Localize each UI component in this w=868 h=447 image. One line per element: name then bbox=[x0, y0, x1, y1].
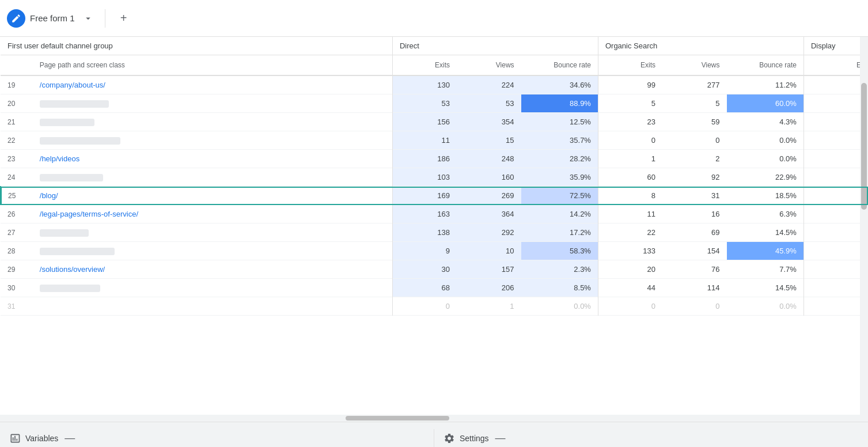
direct-exits: 0 bbox=[392, 297, 457, 316]
display-exits bbox=[803, 113, 868, 131]
organic-exits: 5 bbox=[598, 94, 662, 113]
organic-exits: 20 bbox=[598, 260, 662, 279]
path-cell[interactable]: /company/about-us/ bbox=[33, 75, 393, 94]
path-cell[interactable]: /blog/ bbox=[33, 187, 393, 205]
direct-bounce: 14.2% bbox=[521, 205, 598, 223]
organic-bounce: 60.0% bbox=[727, 94, 804, 113]
organic-views: 277 bbox=[662, 75, 727, 94]
table-row[interactable]: 20535388.9%5560.0% bbox=[1, 94, 868, 113]
table-row[interactable]: 2410316035.9%609222.9% bbox=[1, 168, 868, 187]
top-bar: Free form 1 + bbox=[0, 0, 868, 37]
path-cell bbox=[33, 131, 393, 150]
table-row[interactable]: 2713829217.2%226914.5% bbox=[1, 223, 868, 242]
tab-dropdown[interactable] bbox=[81, 11, 96, 26]
table-row[interactable]: 22111535.7%000.0% bbox=[1, 131, 868, 150]
direct-exits: 138 bbox=[392, 223, 457, 242]
tab-name: Free form 1 bbox=[30, 13, 75, 23]
direct-exits: 68 bbox=[392, 279, 457, 297]
bounce-header-organic: Bounce rate bbox=[727, 55, 804, 76]
row-number: 29 bbox=[1, 260, 33, 279]
direct-exits: 53 bbox=[392, 94, 457, 113]
direct-views: 10 bbox=[457, 242, 521, 260]
table-container: First user default channel group Direct … bbox=[0, 37, 868, 415]
direct-bounce: 12.5% bbox=[521, 113, 598, 131]
organic-bounce: 11.2% bbox=[727, 75, 804, 94]
row-number: 20 bbox=[1, 94, 33, 113]
organic-views: 16 bbox=[662, 205, 727, 223]
organic-views: 76 bbox=[662, 260, 727, 279]
vertical-scrollbar[interactable] bbox=[860, 37, 868, 415]
direct-bounce: 34.6% bbox=[521, 75, 598, 94]
table-row[interactable]: 29/solutions/overview/301572.3%20767.7% bbox=[1, 260, 868, 279]
organic-bounce: 22.9% bbox=[727, 168, 804, 187]
display-exits bbox=[803, 297, 868, 316]
path-cell bbox=[33, 297, 393, 316]
organic-exits: 133 bbox=[598, 242, 662, 260]
views-header-direct: Views bbox=[457, 55, 521, 76]
organic-exits: 60 bbox=[598, 168, 662, 187]
bottom-divider bbox=[434, 429, 434, 448]
organic-bounce: 14.5% bbox=[727, 223, 804, 242]
organic-exits: 23 bbox=[598, 113, 662, 131]
path-cell[interactable]: /help/videos bbox=[33, 150, 393, 168]
display-exits bbox=[803, 205, 868, 223]
direct-exits: 163 bbox=[392, 205, 457, 223]
table-row[interactable]: 19/company/about-us/13022434.6%9927711.2… bbox=[1, 75, 868, 94]
organic-bounce: 0.0% bbox=[727, 131, 804, 150]
table-row[interactable]: 2115635412.5%23594.3% bbox=[1, 113, 868, 131]
scroll-thumb[interactable] bbox=[346, 416, 449, 421]
display-exits bbox=[803, 131, 868, 150]
organic-exits: 0 bbox=[598, 131, 662, 150]
views-header-organic: Views bbox=[662, 55, 727, 76]
bounce-header-direct: Bounce rate bbox=[521, 55, 598, 76]
row-number: 30 bbox=[1, 279, 33, 297]
table-row[interactable]: 23/help/videos18624828.2%120.0% bbox=[1, 150, 868, 168]
direct-exits: 130 bbox=[392, 75, 457, 94]
direct-exits: 156 bbox=[392, 113, 457, 131]
row-number: 31 bbox=[1, 297, 33, 316]
row-number: 19 bbox=[1, 75, 33, 94]
organic-exits: 8 bbox=[598, 187, 662, 205]
settings-minimize-button[interactable]: — bbox=[494, 431, 507, 445]
tab-icon bbox=[7, 9, 25, 28]
row-number: 21 bbox=[1, 113, 33, 131]
direct-bounce: 17.2% bbox=[521, 223, 598, 242]
bottom-bar: Variables — Settings — bbox=[0, 422, 868, 447]
direct-views: 248 bbox=[457, 150, 521, 168]
scroll-track[interactable] bbox=[0, 415, 868, 422]
direct-exits: 9 bbox=[392, 242, 457, 260]
data-table: First user default channel group Direct … bbox=[0, 37, 868, 316]
organic-views: 2 bbox=[662, 150, 727, 168]
direct-exits: 11 bbox=[392, 131, 457, 150]
path-cell bbox=[33, 113, 393, 131]
organic-bounce: 0.0% bbox=[727, 150, 804, 168]
organic-exits: 11 bbox=[598, 205, 662, 223]
path-cell[interactable]: /solutions/overview/ bbox=[33, 260, 393, 279]
add-tab-button[interactable]: + bbox=[115, 9, 133, 28]
organic-views: 59 bbox=[662, 113, 727, 131]
table-row[interactable]: 31010.0%000.0% bbox=[1, 297, 868, 316]
variables-minimize-button[interactable]: — bbox=[63, 431, 77, 445]
first-user-header: First user default channel group bbox=[1, 37, 392, 55]
table-row[interactable]: 2891058.3%13315445.9% bbox=[1, 242, 868, 260]
direct-views: 206 bbox=[457, 279, 521, 297]
organic-views: 5 bbox=[662, 94, 727, 113]
direct-bounce: 35.9% bbox=[521, 168, 598, 187]
table-row[interactable]: 26/legal-pages/terms-of-service/16336414… bbox=[1, 205, 868, 223]
display-exits bbox=[803, 168, 868, 187]
organic-views: 92 bbox=[662, 168, 727, 187]
table-row[interactable]: 30682068.5%4411414.5% bbox=[1, 279, 868, 297]
path-cell[interactable]: /legal-pages/terms-of-service/ bbox=[33, 205, 393, 223]
main-content: First user default channel group Direct … bbox=[0, 37, 868, 415]
organic-bounce: 7.7% bbox=[727, 260, 804, 279]
settings-label: Settings bbox=[460, 434, 489, 443]
display-exits bbox=[803, 242, 868, 260]
row-number: 24 bbox=[1, 168, 33, 187]
path-cell bbox=[33, 168, 393, 187]
direct-views: 269 bbox=[457, 187, 521, 205]
table-row[interactable]: 25/blog/16926972.5%83118.5% bbox=[1, 187, 868, 205]
organic-views: 69 bbox=[662, 223, 727, 242]
variables-section: Variables — bbox=[9, 431, 424, 445]
direct-exits: 169 bbox=[392, 187, 457, 205]
col-header-row: Page path and screen class Exits Views B… bbox=[1, 55, 868, 76]
